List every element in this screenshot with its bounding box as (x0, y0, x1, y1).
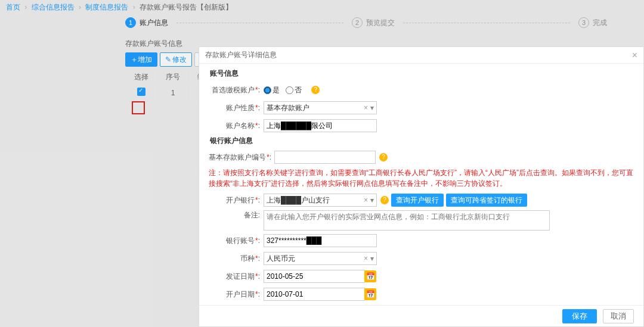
calendar-icon[interactable]: 📅 (364, 288, 376, 300)
remark-textarea[interactable] (264, 210, 550, 231)
section-bank: 银行账户信息 (210, 136, 634, 146)
nature-value: 基本存款账户 (267, 103, 309, 113)
open-bank-label: 开户银行*: (209, 195, 264, 205)
issue-date-label: 发证日期*: (209, 272, 264, 282)
radio-label: 否 (295, 85, 302, 95)
basic-no-label: 基本存款账户编号*: (209, 152, 274, 163)
issue-date-input[interactable] (264, 270, 365, 283)
help-icon[interactable]: ? (380, 196, 389, 204)
section-account: 账号信息 (210, 68, 634, 79)
query-bank-button[interactable]: 查询开户银行 (391, 194, 444, 207)
chevron-down-icon: ▾ (370, 196, 374, 204)
modal-title: 存款账户账号详细信息 (205, 50, 277, 60)
help-icon[interactable]: ? (379, 153, 388, 161)
calendar-icon[interactable]: 📅 (364, 270, 376, 282)
pref-yes-radio[interactable]: 是 (264, 85, 280, 95)
nature-select[interactable]: 基本存款账户 ×▾ (264, 101, 377, 114)
remark-label: 备注: (209, 210, 264, 220)
help-icon[interactable]: ? (311, 86, 320, 94)
clear-icon[interactable]: × (361, 254, 370, 263)
nature-label: 账户性质*: (209, 103, 264, 113)
detail-modal: 存款账户账号详细信息 × 账号信息 首选缴税账户*: 是 否 ? 账户性质*: … (199, 46, 644, 327)
chevron-down-icon: ▾ (370, 254, 374, 263)
query-cross-button[interactable]: 查询可跨省签订的银行 (446, 194, 527, 207)
basic-no-input[interactable] (274, 151, 376, 164)
clear-icon[interactable]: × (361, 196, 370, 204)
open-date-input[interactable] (264, 288, 365, 301)
clear-icon[interactable]: × (361, 104, 370, 112)
acct-no-label: 银行账号*: (209, 236, 264, 246)
acct-no-input[interactable] (264, 234, 377, 247)
cancel-button[interactable]: 取消 (603, 309, 634, 323)
currency-value: 人民币元 (267, 254, 295, 264)
acct-name-input[interactable] (264, 119, 377, 132)
close-icon[interactable]: × (632, 50, 637, 61)
radio-label: 是 (273, 85, 280, 95)
pref-tax-label: 首选缴税账户*: (209, 85, 264, 95)
open-date-label: 开户日期*: (209, 289, 264, 300)
currency-select[interactable]: 人民币元 ×▾ (264, 252, 377, 265)
pref-no-radio[interactable]: 否 (286, 85, 302, 95)
open-bank-select[interactable]: 上海████户山支行 ×▾ (264, 194, 377, 207)
acct-name-label: 账户名称*: (209, 121, 264, 131)
open-bank-value: 上海████户山支行 (267, 195, 330, 205)
save-button[interactable]: 保存 (562, 309, 597, 323)
currency-label: 币种*: (209, 254, 264, 264)
chevron-down-icon: ▾ (370, 104, 374, 112)
note-text: 注：请按照支行名称关键字进行查询，如需要查询“工商银行长春人民广场支行”，请输入… (209, 167, 634, 189)
